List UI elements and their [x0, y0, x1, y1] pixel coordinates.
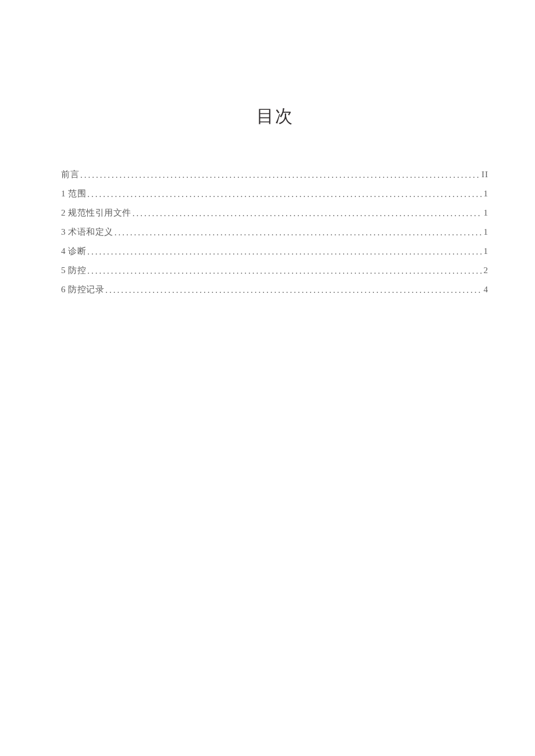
toc-leader-dots	[87, 267, 482, 275]
toc-label: 4 诊断	[61, 247, 86, 256]
page-title: 目次	[61, 105, 488, 128]
toc-page-number: 1	[483, 209, 488, 217]
toc-leader-dots	[133, 209, 482, 218]
table-of-contents: 前言 II 1 范围 1 2 规范性引用文件 1 3 术语和定义 1 4 诊断 …	[61, 170, 488, 294]
toc-label: 5 防控	[61, 266, 86, 275]
toc-label: 前言	[61, 170, 79, 179]
toc-entry-control-record: 6 防控记录 4	[61, 285, 488, 294]
toc-leader-dots	[87, 248, 482, 256]
toc-label: 6 防控记录	[61, 285, 104, 294]
toc-page-number: II	[482, 170, 488, 179]
document-page: 目次 前言 II 1 范围 1 2 规范性引用文件 1 3 术语和定义 1 4 …	[0, 0, 535, 756]
toc-entry-diagnosis: 4 诊断 1	[61, 247, 488, 256]
toc-leader-dots	[115, 228, 482, 237]
toc-entry-terms-definitions: 3 术语和定义 1	[61, 228, 488, 237]
toc-label: 3 术语和定义	[61, 228, 113, 237]
toc-leader-dots	[80, 171, 480, 180]
toc-label: 1 范围	[61, 189, 86, 198]
toc-entry-prevention-control: 5 防控 2	[61, 266, 488, 275]
toc-leader-dots	[87, 190, 482, 199]
toc-page-number: 1	[483, 189, 488, 198]
toc-leader-dots	[105, 286, 482, 295]
toc-page-number: 4	[483, 285, 488, 294]
toc-entry-normative-references: 2 规范性引用文件 1	[61, 209, 488, 217]
toc-page-number: 2	[483, 266, 488, 275]
toc-entry-preface: 前言 II	[61, 170, 488, 179]
toc-page-number: 1	[483, 228, 488, 237]
toc-page-number: 1	[483, 247, 488, 256]
toc-label: 2 规范性引用文件	[61, 209, 131, 217]
toc-entry-scope: 1 范围 1	[61, 189, 488, 198]
